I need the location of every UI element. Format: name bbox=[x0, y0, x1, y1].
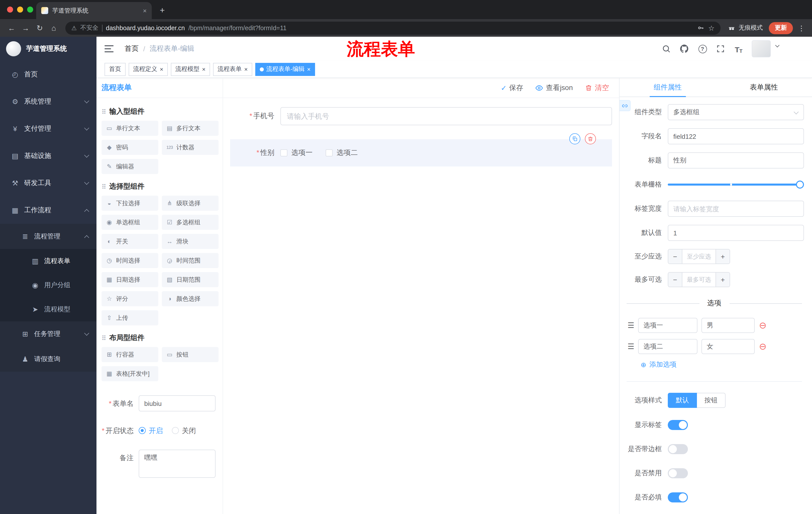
default-value-input[interactable] bbox=[668, 225, 804, 241]
tab-close-icon[interactable]: × bbox=[143, 7, 147, 14]
fullscreen-icon[interactable] bbox=[716, 44, 726, 54]
title-input[interactable] bbox=[668, 153, 804, 168]
tag-process-form-edit[interactable]: 流程表单-编辑 × bbox=[255, 63, 315, 76]
show-label-toggle[interactable] bbox=[668, 420, 688, 430]
update-button[interactable]: 更新 bbox=[769, 22, 793, 34]
stepper-placeholder[interactable]: 至少应选 bbox=[683, 249, 716, 264]
sidebar-item-user-group[interactable]: ◉ 用户分组 bbox=[0, 273, 96, 297]
option-label-input[interactable] bbox=[638, 339, 698, 354]
help-icon[interactable]: ? bbox=[697, 44, 707, 54]
phone-input[interactable] bbox=[280, 107, 612, 125]
palette-item-multi-text[interactable]: ▤多行文本 bbox=[162, 121, 219, 136]
slider-handle[interactable] bbox=[796, 181, 804, 189]
tag-home[interactable]: 首页 bbox=[105, 63, 126, 76]
window-minimize-button[interactable] bbox=[17, 6, 23, 12]
status-radio-off[interactable]: 关闭 bbox=[172, 423, 196, 438]
avatar-caret-icon[interactable] bbox=[775, 43, 780, 48]
tag-process-definition[interactable]: 流程定义 × bbox=[128, 63, 168, 76]
label-width-input[interactable] bbox=[668, 201, 804, 217]
tag-close-icon[interactable]: × bbox=[307, 66, 311, 72]
option-value-input[interactable] bbox=[702, 339, 755, 354]
sidebar-item-infra[interactable]: ▤ 基础设施 bbox=[0, 142, 96, 169]
bookmark-star-icon[interactable]: ☆ bbox=[708, 24, 715, 32]
font-size-icon[interactable]: TT bbox=[734, 44, 744, 54]
sidebar-item-workflow[interactable]: ▦ 工作流程 bbox=[0, 197, 96, 224]
sidebar-item-system[interactable]: ⚙ 系统管理 bbox=[0, 88, 96, 115]
hamburger-icon[interactable] bbox=[105, 45, 114, 52]
drag-handle-icon[interactable]: ☰ bbox=[628, 321, 634, 330]
tag-process-form[interactable]: 流程表单 × bbox=[213, 63, 252, 76]
key-icon[interactable] bbox=[697, 24, 705, 32]
avatar[interactable] bbox=[752, 40, 771, 57]
tab-form-props[interactable]: 表单属性 bbox=[716, 78, 812, 97]
palette-item-color-picker[interactable]: ◑颜色选择 bbox=[162, 291, 219, 306]
option-value-input[interactable] bbox=[702, 318, 755, 333]
forward-icon[interactable]: → bbox=[19, 21, 32, 34]
palette-item-select[interactable]: ◒下拉选择 bbox=[102, 196, 158, 211]
required-toggle[interactable] bbox=[668, 492, 688, 503]
palette-item-single-text[interactable]: ▭单行文本 bbox=[102, 121, 158, 136]
palette-item-upload[interactable]: ⇧上传 bbox=[102, 310, 158, 325]
gender-option-1[interactable]: 选项一 bbox=[280, 148, 313, 157]
palette-item-table[interactable]: ▦表格[开发中] bbox=[102, 366, 158, 381]
refresh-icon[interactable]: ↻ bbox=[33, 21, 46, 34]
style-button-button[interactable]: 按钮 bbox=[697, 393, 726, 408]
palette-item-date-range[interactable]: ▧日期范围 bbox=[162, 272, 219, 287]
palette-item-switch[interactable]: ◐开关 bbox=[102, 234, 158, 249]
tag-close-icon[interactable]: × bbox=[202, 66, 205, 72]
style-default-button[interactable]: 默认 bbox=[668, 393, 697, 408]
palette-item-time-picker[interactable]: ◷时间选择 bbox=[102, 253, 158, 268]
palette-item-row-container[interactable]: ⊞行容器 bbox=[102, 347, 158, 362]
clear-button[interactable]: 清空 bbox=[585, 83, 609, 92]
form-name-input[interactable] bbox=[139, 395, 215, 411]
status-radio-on[interactable]: 开启 bbox=[139, 423, 163, 438]
drag-handle-icon[interactable]: ☰ bbox=[628, 342, 634, 351]
stepper-placeholder[interactable]: 最多可选 bbox=[683, 273, 716, 287]
breadcrumb-home[interactable]: 首页 bbox=[125, 44, 139, 53]
palette-item-rate[interactable]: ☆评分 bbox=[102, 291, 158, 306]
palette-item-time-range[interactable]: ◶时间范围 bbox=[162, 253, 219, 268]
github-icon[interactable] bbox=[679, 44, 689, 54]
link-icon[interactable] bbox=[619, 100, 631, 111]
add-option-button[interactable]: ⊕ 添加选项 bbox=[641, 360, 804, 369]
checkbox[interactable] bbox=[280, 150, 287, 156]
sidebar-item-process-mgmt[interactable]: ≣ 流程管理 bbox=[0, 224, 96, 249]
palette-item-slider[interactable]: ↔滑块 bbox=[162, 234, 219, 249]
palette-item-radio-group[interactable]: ◉单选框组 bbox=[102, 215, 158, 230]
palette-item-counter[interactable]: 123计数器 bbox=[162, 140, 219, 155]
palette-item-cascader[interactable]: ⋔级联选择 bbox=[162, 196, 219, 211]
sidebar-item-devtools[interactable]: ⚒ 研发工具 bbox=[0, 169, 96, 197]
palette-item-checkbox-group[interactable]: ☑多选框组 bbox=[162, 215, 219, 230]
stepper-increase-button[interactable]: + bbox=[716, 273, 730, 287]
palette-item-date-picker[interactable]: ▦日期选择 bbox=[102, 272, 158, 287]
option-label-input[interactable] bbox=[638, 318, 698, 333]
copy-component-button[interactable] bbox=[569, 133, 580, 144]
stepper-decrease-button[interactable]: − bbox=[668, 273, 683, 287]
sidebar-item-process-form[interactable]: ▥ 流程表单 bbox=[0, 249, 96, 273]
gender-option-2[interactable]: 选项二 bbox=[326, 148, 358, 157]
grid-slider[interactable] bbox=[668, 184, 800, 186]
browser-tab[interactable]: 芋道管理系统 × bbox=[36, 2, 152, 19]
back-icon[interactable]: ← bbox=[5, 21, 18, 34]
new-tab-button[interactable]: + bbox=[156, 4, 169, 17]
home-icon[interactable]: ⌂ bbox=[47, 21, 60, 34]
form-remark-textarea[interactable]: 嘿嘿 bbox=[139, 450, 215, 478]
browser-menu-icon[interactable]: ⋮ bbox=[798, 24, 805, 32]
tag-process-model[interactable]: 流程模型 × bbox=[171, 63, 210, 76]
stepper-decrease-button[interactable]: − bbox=[668, 249, 683, 264]
sidebar-logo[interactable]: 芋道管理系统 bbox=[0, 37, 96, 61]
remove-option-icon[interactable]: ⊖ bbox=[759, 321, 766, 330]
tag-close-icon[interactable]: × bbox=[244, 66, 248, 72]
sidebar-item-payment[interactable]: ¥ 支付管理 bbox=[0, 115, 96, 142]
palette-item-editor[interactable]: ✎编辑器 bbox=[102, 159, 158, 174]
disabled-toggle[interactable] bbox=[668, 468, 688, 478]
save-button[interactable]: ✓ 保存 bbox=[501, 83, 523, 92]
border-toggle[interactable] bbox=[668, 444, 688, 454]
sidebar-item-process-model[interactable]: ➤ 流程模型 bbox=[0, 297, 96, 321]
checkbox[interactable] bbox=[326, 150, 332, 156]
palette-item-password[interactable]: ◆密码 bbox=[102, 140, 158, 155]
tab-component-props[interactable]: 组件属性 bbox=[619, 78, 716, 97]
window-maximize-button[interactable] bbox=[27, 6, 33, 12]
component-type-select[interactable]: 多选框组 bbox=[668, 104, 804, 120]
address-bar[interactable]: ⚠ 不安全 dashboard.yudao.iocoder.cn /bpm/ma… bbox=[65, 21, 721, 34]
